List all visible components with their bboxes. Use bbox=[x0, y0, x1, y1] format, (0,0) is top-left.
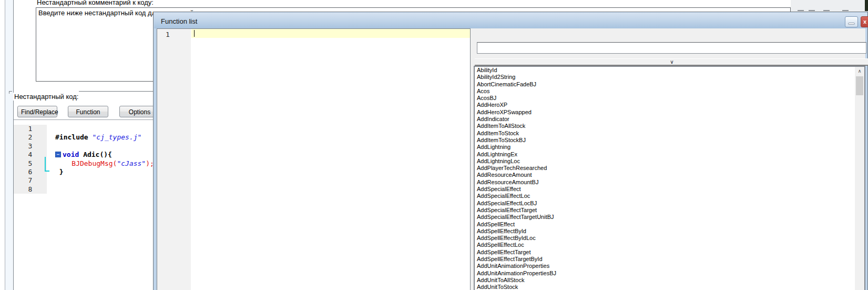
background-window-tick bbox=[809, 10, 815, 11]
line-number: 8 bbox=[14, 185, 47, 194]
function-list-panel: ∨ AbilityIdAbilityId2StringAbortCinemati… bbox=[471, 28, 865, 290]
text-caret bbox=[194, 30, 195, 37]
function-list-item[interactable]: AbilityId bbox=[475, 67, 864, 74]
function-list-item[interactable]: AddLightning bbox=[475, 144, 864, 151]
background-window-edge bbox=[791, 0, 868, 12]
line-number: 1 bbox=[157, 30, 178, 39]
function-list-item[interactable]: AddSpecialEffectTargetUnitBJ bbox=[475, 214, 864, 221]
code-groupbox-corner bbox=[9, 91, 12, 94]
find-replace-button[interactable]: Find/Replace bbox=[17, 106, 57, 117]
line-number: 7 bbox=[14, 176, 47, 185]
chevron-down-icon: ∨ bbox=[670, 59, 673, 65]
code-line[interactable]: 8 bbox=[14, 185, 153, 194]
function-list-item[interactable]: AddSpecialEffectTarget bbox=[475, 207, 864, 214]
search-input[interactable] bbox=[477, 42, 866, 54]
function-list-item[interactable]: AddSpecialEffectLoc bbox=[475, 193, 864, 199]
function-list-item[interactable]: AcosBJ bbox=[475, 95, 864, 102]
code-text: #include "cj_types.j" bbox=[47, 133, 141, 142]
custom-code-editor[interactable]: 12#include "cj_types.j"34void Adic(){5 B… bbox=[14, 119, 153, 290]
editor-gutter: 1 bbox=[157, 29, 191, 290]
code-line[interactable]: 4void Adic(){ bbox=[14, 151, 153, 159]
window-title: Function list bbox=[161, 17, 197, 25]
code-text: } bbox=[47, 168, 64, 176]
comment-section-label: Нестандартный комментарий к коду: bbox=[37, 0, 154, 6]
code-line[interactable]: 5 BJDebugMsg("cJass"); bbox=[14, 159, 153, 168]
code-line[interactable]: 3 bbox=[14, 142, 153, 151]
function-list-button[interactable]: Function List bbox=[68, 106, 108, 117]
function-list-item[interactable]: AddSpellEffect bbox=[475, 221, 864, 228]
function-list-item[interactable]: AddSpecialEffectLocBJ bbox=[475, 200, 864, 207]
function-list-item[interactable]: AddUnitToStock bbox=[475, 284, 864, 290]
fold-collapse-icon[interactable] bbox=[55, 152, 61, 157]
function-list-item[interactable]: AbilityId2String bbox=[475, 74, 864, 81]
function-list-item[interactable]: AddSpellEffectById bbox=[475, 228, 864, 235]
function-list-item[interactable]: AddPlayerTechResearched bbox=[475, 165, 864, 172]
code-line[interactable]: 6 } bbox=[14, 168, 153, 176]
desktop-corner bbox=[865, 0, 868, 11]
function-list-item[interactable]: AddSpellEffectByIdLoc bbox=[475, 235, 864, 242]
code-line[interactable]: 1 bbox=[14, 125, 153, 133]
code-line[interactable]: 2#include "cj_types.j" bbox=[14, 133, 153, 142]
function-list-item[interactable]: AddUnitToAllStock bbox=[475, 277, 864, 284]
line-number: 6 bbox=[14, 168, 47, 176]
line-number: 4 bbox=[14, 151, 47, 159]
expander-bar[interactable]: ∨ bbox=[475, 58, 868, 66]
code-section-label: Нестандартный код: bbox=[13, 93, 79, 101]
function-list[interactable]: AbilityIdAbilityId2StringAbortCinematicF… bbox=[474, 66, 865, 290]
fold-guide-corner bbox=[45, 171, 49, 172]
titlebar[interactable]: Function list x bbox=[154, 13, 867, 28]
background-window-tick bbox=[823, 10, 830, 11]
scrollbar-thumb[interactable] bbox=[856, 76, 863, 95]
line-number: 3 bbox=[14, 142, 47, 151]
function-list-item[interactable]: AddUnitAnimationProperties bbox=[475, 263, 864, 269]
current-line-highlight bbox=[191, 29, 470, 38]
function-list-item[interactable]: AddIndicator bbox=[475, 116, 864, 123]
close-button[interactable]: x bbox=[861, 16, 868, 27]
scrollbar[interactable]: ∧ bbox=[855, 67, 864, 290]
function-list-item[interactable]: AbortCinematicFadeBJ bbox=[475, 81, 864, 88]
function-list-item[interactable]: AddHeroXP bbox=[475, 102, 864, 108]
function-list-item[interactable]: AddItemToStockBJ bbox=[475, 137, 864, 144]
function-list-item[interactable]: AddResourceAmountBJ bbox=[475, 179, 864, 186]
function-list-item[interactable]: AddHeroXPSwapped bbox=[475, 109, 864, 116]
code-text: void Adic(){ bbox=[47, 151, 112, 159]
function-list-item[interactable]: AddSpellEffectTarget bbox=[475, 249, 864, 256]
function-list-item[interactable]: AddSpellEffectLoc bbox=[475, 242, 864, 248]
fold-guide-line bbox=[45, 157, 46, 172]
scroll-up-icon[interactable]: ∧ bbox=[855, 67, 864, 76]
function-list-window: Function list x 1 ∨ AbilityIdAbilityId2S… bbox=[153, 12, 868, 290]
function-list-item[interactable]: Acos bbox=[475, 88, 864, 95]
code-line[interactable]: 7 bbox=[14, 176, 153, 185]
minimize-icon bbox=[848, 23, 855, 25]
function-list-item[interactable]: AddSpellEffectTargetById bbox=[475, 256, 864, 263]
function-items: AbilityIdAbilityId2StringAbortCinematicF… bbox=[475, 67, 864, 290]
code-text: BJDebugMsg("cJass"); bbox=[47, 159, 154, 168]
line-number: 2 bbox=[14, 133, 47, 142]
background-window-tick bbox=[798, 10, 804, 11]
dialog-left-strip bbox=[5, 0, 13, 290]
code-groupbox-topline bbox=[79, 91, 153, 92]
function-list-item[interactable]: AddResourceAmount bbox=[475, 172, 864, 178]
function-list-code-editor[interactable]: 1 bbox=[157, 28, 471, 290]
function-list-item[interactable]: AddItemToStock bbox=[475, 130, 864, 137]
function-list-item[interactable]: AddUnitAnimationPropertiesBJ bbox=[475, 270, 864, 277]
function-list-item[interactable]: AddItemToAllStock bbox=[475, 123, 864, 129]
minimize-button[interactable] bbox=[845, 16, 858, 27]
function-list-item[interactable]: AddLightningLoc bbox=[475, 158, 864, 165]
background-window-tick bbox=[842, 10, 849, 11]
line-number: 1 bbox=[14, 125, 47, 133]
line-number: 5 bbox=[14, 159, 47, 168]
window-content: 1 ∨ AbilityIdAbilityId2StringAbortCinema… bbox=[157, 28, 865, 290]
function-list-item[interactable]: AddLightningEx bbox=[475, 151, 864, 158]
code-lines: 12#include "cj_types.j"34void Adic(){5 B… bbox=[14, 125, 153, 194]
function-list-item[interactable]: AddSpecialEffect bbox=[475, 186, 864, 193]
